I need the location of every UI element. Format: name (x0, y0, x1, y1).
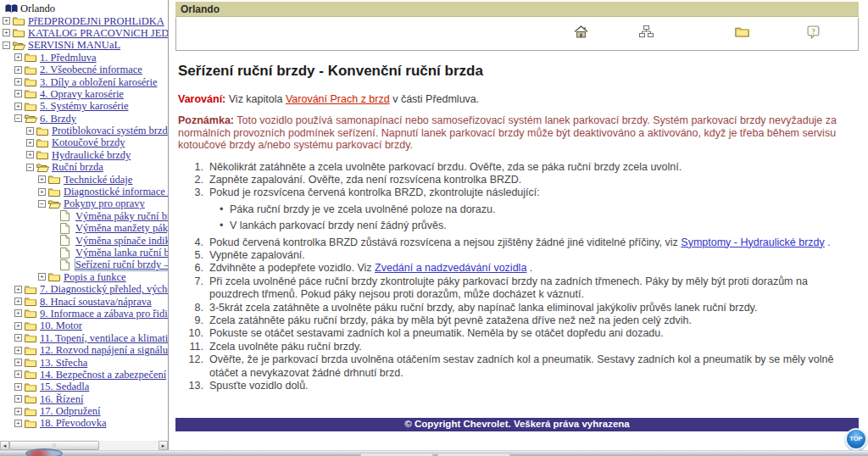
tree-item-folder[interactable]: +9. Informace a zábava pro řidiče (0, 308, 168, 320)
tree-item-label[interactable]: 5. Systémy karosérie (40, 100, 129, 112)
expand-plus-icon[interactable]: + (3, 17, 10, 25)
scroll-right-arrow-icon[interactable]: ▸ (159, 441, 168, 450)
tree-item-label[interactable]: 1. Předmluva (40, 52, 97, 64)
tree-item-folder[interactable]: +3. Díly a obložení karosérie (0, 75, 168, 87)
tree-item-label[interactable]: 13. Střecha (40, 357, 87, 369)
tree-item-label[interactable]: 2. Všeobecné informace (40, 64, 142, 75)
tree-item-label[interactable]: 18. Převodovka (40, 417, 106, 429)
expand-plus-icon[interactable]: + (14, 370, 22, 378)
tree-item-folder[interactable]: +12. Rozvod napájení a signálu (0, 344, 168, 356)
tree-item-label[interactable]: SERVISNi MANUaL (28, 39, 120, 51)
collapse-minus-icon[interactable]: − (14, 114, 22, 122)
tree-item-label[interactable]: Kotoučové brzdy (52, 136, 125, 148)
expand-plus-icon[interactable]: + (14, 53, 22, 61)
tree-item-label[interactable]: Seřízení ruční brzdy – kl (75, 259, 168, 270)
tree-item-folder[interactable]: −6. Brzdy (0, 113, 168, 125)
expand-plus-icon[interactable]: + (3, 29, 10, 36)
tree-item-label[interactable]: 8. Hnací soustava/náprava (40, 296, 152, 308)
expand-plus-icon[interactable]: + (14, 78, 22, 86)
tree-item-folder[interactable]: +16. Řízení (0, 393, 168, 405)
tree-item-folder[interactable]: +5. Systémy karosérie (0, 100, 168, 112)
scroll-left-arrow-icon[interactable]: ◂ (0, 441, 9, 450)
tree-item-label[interactable]: 10. Motor (40, 320, 82, 331)
tree-item-folder[interactable]: +Diagnostické informace a p (0, 186, 168, 197)
expand-plus-icon[interactable]: + (38, 175, 46, 183)
tree-item-folder[interactable]: +17. Odpružení (0, 405, 168, 417)
content-link[interactable]: Zvedání a nadzvedávání vozidla (375, 262, 526, 274)
tree-item-label[interactable]: 14. Bezpečnost a zabezpečení (40, 369, 166, 381)
tree-item-label[interactable]: Výměna páky ruční brzd (75, 210, 168, 222)
tree-item-folder[interactable]: +Kotoučové brzdy (0, 136, 168, 148)
tree-item-folder[interactable]: +1. Předmluva (0, 52, 168, 64)
collapse-minus-icon[interactable]: − (26, 164, 34, 171)
expand-plus-icon[interactable]: + (38, 273, 46, 281)
expand-plus-icon[interactable]: + (26, 127, 34, 135)
expand-plus-icon[interactable]: + (14, 66, 22, 74)
tree-item-folder[interactable]: −Ruční brzda (0, 161, 168, 173)
tree-item-folder[interactable]: +KATALOG PRACOVNiCH JEDNO (0, 27, 168, 39)
tree-item-folder[interactable]: +18. Převodovka (0, 417, 168, 429)
content-link[interactable]: Symptomy - Hydraulické brzdy (681, 236, 825, 248)
tree-item-folder[interactable]: +Protiblokovací systém brzd (0, 125, 168, 136)
expand-plus-icon[interactable]: + (14, 334, 22, 342)
scroll-to-top-button[interactable]: TOP (845, 428, 867, 450)
expand-plus-icon[interactable]: + (38, 188, 46, 196)
tree-item-label[interactable]: 3. Díly a obložení karosérie (40, 76, 158, 88)
tree-item-label[interactable]: 4. Opravy karosérie (40, 88, 124, 100)
tree-item-label[interactable]: Orlando (20, 3, 55, 14)
tree-item-folder[interactable]: +Popis a funkce (0, 271, 168, 283)
tree-item-folder[interactable]: +11. Topení, ventilace a klimatizac (0, 332, 168, 344)
tree-item-folder[interactable]: +7. Diagnostický přehled, výchozí (0, 283, 168, 295)
expand-plus-icon[interactable]: + (14, 347, 22, 354)
tree-item-folder[interactable]: −Pokyny pro opravy (0, 197, 168, 209)
tree-item-folder[interactable]: +13. Střecha (0, 356, 168, 368)
tree-item-label[interactable]: 12. Rozvod napájení a signálu (40, 344, 168, 356)
tree-item-folder[interactable]: +14. Bezpečnost a zabezpečení (0, 369, 168, 381)
expand-plus-icon[interactable]: + (14, 298, 22, 305)
tree-item-label[interactable]: Hydraulické brzdy (52, 149, 131, 161)
tree-item-document[interactable]: Výměna spínače indikáto (0, 234, 168, 246)
tree-item-label[interactable]: Výměna spínače indikáto (75, 235, 168, 247)
sitemap-icon[interactable] (639, 25, 654, 41)
tree-item-folder[interactable]: −SERVISNi MANUaL (0, 39, 168, 51)
tree-item-folder[interactable]: +10. Motor (0, 320, 168, 331)
expand-plus-icon[interactable]: + (14, 359, 22, 366)
expand-plus-icon[interactable]: + (14, 383, 22, 391)
sidebar-horizontal-scrollbar[interactable]: ◂ ⁞⁞⁞ ▸ (0, 441, 168, 450)
collapse-minus-icon[interactable]: − (3, 42, 10, 49)
tree-item-label[interactable]: 11. Topení, ventilace a klimatizac (40, 332, 168, 344)
expand-plus-icon[interactable]: + (14, 322, 22, 330)
expand-plus-icon[interactable]: + (14, 309, 22, 317)
tree-item-label[interactable]: Pokyny pro opravy (64, 197, 145, 209)
tree-item-label[interactable]: 6. Brzdy (40, 113, 76, 125)
tree-item-label[interactable]: Protiblokovací systém brzd (52, 125, 168, 136)
folder-icon[interactable] (735, 25, 750, 41)
tree-item-folder[interactable]: +15. Sedadla (0, 381, 168, 392)
tree-item-label[interactable]: KATALOG PRACOVNiCH JEDNO (28, 27, 168, 39)
expand-plus-icon[interactable]: + (14, 408, 22, 415)
tree-item-label[interactable]: 7. Diagnostický přehled, výchozí (40, 283, 168, 295)
tree-item-document[interactable]: Seřízení ruční brzdy – kl (0, 259, 168, 270)
expand-plus-icon[interactable]: + (14, 420, 22, 427)
tree-item-label[interactable]: Popis a funkce (64, 271, 126, 283)
expand-plus-icon[interactable]: + (14, 286, 22, 293)
tree-item-folder[interactable]: +PřEDPRODEJNi PROHLiDKA (0, 14, 168, 26)
tree-item-label[interactable]: 16. Řízení (40, 393, 83, 405)
tree-item-folder[interactable]: +Hydraulické brzdy (0, 149, 168, 161)
expand-plus-icon[interactable]: + (14, 395, 22, 403)
tree-item-label[interactable]: PřEDPRODEJNi PROHLiDKA (28, 15, 164, 27)
expand-plus-icon[interactable]: + (26, 139, 34, 147)
tree-item-document[interactable]: Výměna lanka ruční brzd (0, 247, 168, 259)
tree-item-folder[interactable]: +Technické údaje (0, 173, 168, 185)
tree-item-label[interactable]: 9. Informace a zábava pro řidiče (40, 308, 168, 320)
warning-link[interactable]: Varování Prach z brzd (286, 93, 390, 105)
tree-item-label[interactable]: Výměna lanka ruční brzd (75, 247, 168, 259)
expand-plus-icon[interactable]: + (14, 90, 22, 97)
home-icon[interactable] (574, 25, 589, 41)
tree-item-folder[interactable]: +4. Opravy karosérie (0, 88, 168, 100)
tree-item-label[interactable]: 17. Odpružení (40, 405, 101, 417)
expand-plus-icon[interactable]: + (26, 151, 34, 158)
tree-item-label[interactable]: Výměna manžety páky r (75, 222, 168, 234)
help-icon[interactable]: ? (807, 25, 822, 41)
tree-item-label[interactable]: Diagnostické informace a p (64, 186, 168, 197)
